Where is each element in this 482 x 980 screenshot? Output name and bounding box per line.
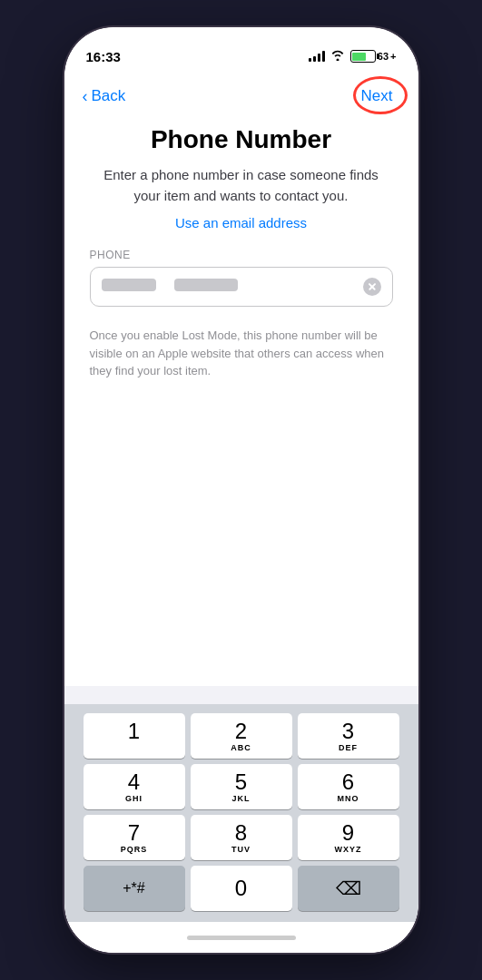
key-8[interactable]: 8 TUV	[191, 815, 292, 860]
keyboard-separator	[64, 686, 418, 704]
status-time: 16:33	[86, 49, 121, 64]
nav-bar: ‹ Back Next	[64, 73, 418, 116]
key-7[interactable]: 7 PQRS	[84, 815, 185, 860]
input-section: PHONE	[90, 249, 393, 307]
content-area: ‹ Back Next Phone Number Enter a phone n…	[64, 73, 418, 953]
keyboard-row-1: 1 2 ABC 3 DEF	[68, 713, 415, 759]
blurred-phone-segment-2	[174, 279, 238, 291]
key-2[interactable]: 2 ABC	[191, 713, 292, 759]
screen: 16:33 63 +	[64, 27, 418, 953]
key-4[interactable]: 4 GHI	[84, 764, 185, 809]
battery-icon: 63 +	[350, 50, 397, 63]
clear-input-button[interactable]	[363, 278, 381, 296]
email-link[interactable]: Use an email address	[90, 215, 393, 230]
back-label: Back	[92, 87, 126, 105]
key-delete[interactable]: ⌫	[298, 866, 399, 911]
phone-frame: 16:33 63 +	[64, 27, 418, 953]
keyboard-row-4: +*# 0 ⌫	[68, 866, 415, 911]
phone-input-wrapper[interactable]	[90, 267, 393, 307]
page-title: Phone Number	[90, 125, 393, 154]
delete-icon: ⌫	[336, 877, 361, 899]
phone-input-value	[102, 279, 363, 295]
page-description: Enter a phone number in case someone fin…	[90, 165, 393, 206]
page-body: Phone Number Enter a phone number in cas…	[64, 116, 418, 686]
wifi-icon	[330, 50, 345, 64]
signal-bars-icon	[309, 51, 325, 62]
key-1[interactable]: 1	[84, 713, 185, 759]
key-5[interactable]: 5 JKL	[191, 764, 292, 809]
next-button-wrapper: Next	[354, 83, 400, 109]
key-0[interactable]: 0	[191, 866, 292, 911]
next-button[interactable]: Next	[354, 83, 400, 109]
back-chevron-icon: ‹	[83, 88, 88, 104]
home-indicator	[187, 936, 296, 940]
phone-keyboard: 1 2 ABC 3 DEF 4 GHI	[64, 704, 418, 922]
keyboard-row-2: 4 GHI 5 JKL 6 MNO	[68, 764, 415, 809]
key-special[interactable]: +*#	[84, 866, 185, 911]
keyboard-row-3: 7 PQRS 8 TUV 9 WXYZ	[68, 815, 415, 860]
key-6[interactable]: 6 MNO	[298, 764, 399, 809]
helper-text: Once you enable Lost Mode, this phone nu…	[90, 327, 393, 380]
home-indicator-bar	[64, 922, 418, 953]
key-3[interactable]: 3 DEF	[298, 713, 399, 759]
phone-input-label: PHONE	[90, 249, 393, 261]
key-9[interactable]: 9 WXYZ	[298, 815, 399, 860]
back-button[interactable]: ‹ Back	[83, 87, 126, 105]
blurred-phone-segment-1	[102, 279, 156, 291]
status-bar: 16:33 63 +	[64, 27, 418, 73]
status-icons: 63 +	[309, 50, 397, 64]
